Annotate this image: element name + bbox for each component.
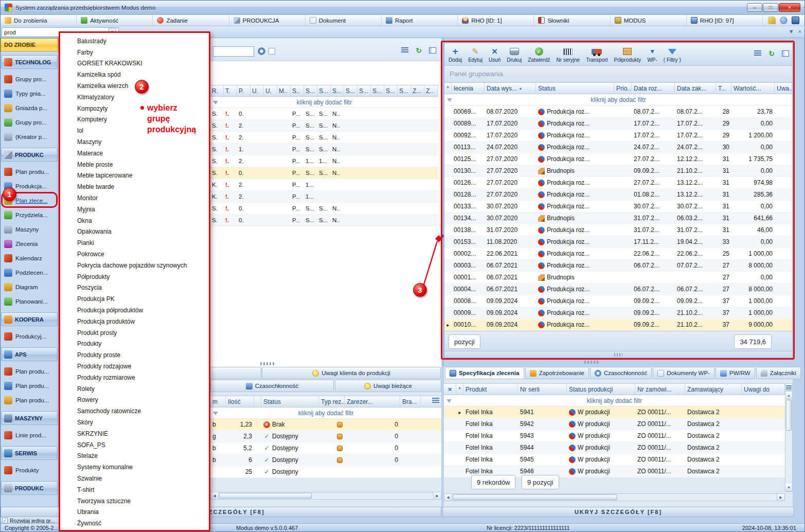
order-row[interactable]: 00001...06.07.2021Brudnopis270,00 [444, 272, 792, 283]
popup-item-ubrania[interactable]: Ubrania [60, 506, 209, 518]
column-header-value[interactable]: Wartość... [731, 83, 775, 94]
order-row[interactable]: 00153...11.08.2020Produkcja roz...17.11.… [444, 236, 792, 248]
popup-item-kamizelka-spód[interactable]: Kamizelka spód [60, 69, 209, 80]
horizontal-splitter-handle[interactable] [584, 361, 600, 364]
popup-item-szwalnie[interactable]: Szwalnie [60, 473, 209, 484]
column-header[interactable]: M.. [277, 85, 291, 96]
column-list-icon[interactable] [401, 47, 408, 54]
popup-item-rolety[interactable]: Rolety [60, 383, 209, 395]
popup-item-produkt-prosty[interactable]: Produkt prosty [60, 327, 209, 339]
popup-item-skóry[interactable]: Skóry [60, 417, 209, 428]
sidebar-item-linie-prod[interactable]: Linie prod... [1, 428, 58, 442]
grid-row[interactable]: S.!.0.P...S...S...N.. [210, 108, 438, 120]
column-header[interactable]: S... [331, 85, 344, 96]
column-header[interactable]: T. [224, 85, 237, 96]
column-header-product[interactable]: Produkt [463, 384, 518, 395]
menu-item-dokument[interactable]: Dokument [306, 15, 382, 26]
stock-row[interactable]: b1,23×Brak0 [210, 419, 441, 431]
column-header-id[interactable]: lecenia [452, 83, 485, 94]
orders-filter-row[interactable]: kliknij aby dodać filtr [444, 94, 792, 106]
popup-item-gorset-krakowski[interactable]: GORSET KRAKOWSKI [60, 58, 209, 69]
stock-row[interactable]: b6✓Dostępny0 [210, 454, 441, 466]
order-row[interactable]: 00134...30.07.2020Brudnopis31.07.2...06.… [444, 212, 792, 224]
column-header-serial[interactable]: Nr serii [518, 384, 567, 395]
horizontal-splitter-handle[interactable] [260, 362, 276, 365]
column-header[interactable]: U. [251, 85, 264, 96]
popup-item-pianki[interactable]: Pianki [60, 237, 209, 249]
sidebar-item-plan-produ[interactable]: Plan produ... [1, 379, 58, 393]
grid-filter-input[interactable] [213, 46, 254, 57]
scroll-down-icon[interactable]: ▼ [785, 484, 792, 491]
menu-item-do-zrobienia[interactable]: Do zrobienia [1, 15, 77, 26]
nr-seryjne-button[interactable]: Nr seryjne [553, 44, 583, 65]
orders-horizontal-scrollbar[interactable] [444, 351, 792, 358]
order-row[interactable]: 00004...06.07.2021Produkcja roz...06.07.… [444, 283, 792, 295]
popup-item-produkcja-produktów[interactable]: Produkcja produktów [60, 316, 209, 327]
maximize-button[interactable]: □ [763, 3, 778, 12]
grid-checkbox[interactable] [269, 48, 275, 55]
menu-item-aktywność[interactable]: Aktywność [77, 15, 153, 26]
sidebar-item-typy-gnia[interactable]: Typy gnia... [1, 86, 58, 101]
column-header-order[interactable]: Nr zamówi... [635, 384, 685, 395]
column-header-status[interactable]: Status [261, 396, 319, 407]
popup-item-stelaże[interactable]: Stelaże [60, 450, 209, 462]
usuń-button[interactable]: Usuń [486, 44, 504, 65]
scrollbar-handle[interactable] [614, 353, 622, 357]
scroll-up-icon[interactable]: ▲ [785, 392, 792, 399]
order-row[interactable]: 00092...17.07.2020Produkcja roz...17.07.… [444, 130, 792, 141]
order-row[interactable]: 00138...31.07.2020Produkcja roz...31.07.… [444, 224, 792, 236]
checkbox-checked-icon[interactable]: ✓ [2, 518, 8, 523]
dodaj-button[interactable]: Dodaj [445, 44, 465, 65]
stock-row[interactable]: g2,3✓Dostępny0 [210, 431, 441, 442]
column-header[interactable]: Z... [411, 85, 424, 96]
column-header-restype[interactable]: Typ rez... [319, 396, 345, 407]
popup-item-materace[interactable]: Materace [60, 148, 209, 159]
tab-pw-rw[interactable]: PW/RW [715, 367, 755, 379]
tabs-chevron-icon[interactable]: ▼ [789, 28, 794, 34]
column-header[interactable]: S... [344, 85, 357, 96]
column-header-notes[interactable]: Uwa... [775, 83, 792, 94]
tab-czasochłonność[interactable]: Czasochłonność [590, 367, 652, 379]
popup-item-produkty[interactable]: Produkty [60, 339, 209, 350]
popup-item-produkty-proste[interactable]: Produkty proste [60, 349, 209, 361]
column-header[interactable]: U. [264, 85, 277, 96]
scroll-right-icon[interactable]: ▶ [433, 492, 441, 499]
column-header[interactable]: S... [384, 85, 398, 96]
order-row[interactable]: 00008...09.09.2024Produkcja roz...09.09.… [444, 295, 792, 307]
sidebar-section-header-produkc[interactable]: PRODUKC [1, 481, 58, 495]
column-header[interactable]: P. [237, 85, 251, 96]
sidebar-item-plan-produ[interactable]: Plan produ... [1, 165, 58, 179]
popup-item-tworzywa-sztuczne[interactable]: Tworzywa sztuczne [60, 495, 209, 507]
order-row[interactable]: ▸00010...09.09.2024Produkcja roz...09.09… [444, 319, 792, 331]
column-header-unit[interactable]: m [210, 396, 226, 407]
popup-item-pokrycia-dachowe-pojazdów-szynowych[interactable]: Pokrycia dachowe pojazdów szynowych [60, 260, 209, 271]
column-header[interactable]: S... [398, 85, 411, 96]
order-row[interactable]: 00009...09.09.2024Produkcja roz...09.09.… [444, 307, 792, 319]
menu-item-rho-id-97[interactable]: RHO [ID: 97] [687, 15, 763, 26]
refresh-icon[interactable] [768, 49, 775, 58]
grid-row[interactable]: S.!.0.P...S...S...N.. [210, 203, 438, 215]
menu-item-produkcja[interactable]: PRODUKCJA [229, 15, 306, 26]
splitter-collapse-icon[interactable]: ◀ [440, 234, 443, 238]
column-header-prio[interactable]: Prio... [614, 83, 632, 94]
sidebar-item-produkty[interactable]: Produkty [1, 463, 58, 477]
gear-icon[interactable] [257, 47, 266, 56]
popup-item-systemy-komunalne[interactable]: Systemy komunalne [60, 462, 209, 473]
spec-row[interactable]: Fotel Inka5944W produkcjiZO 00011/...Dos… [444, 442, 785, 454]
popup-item-skrzynie[interactable]: SKRZYNIE [60, 428, 209, 439]
order-row[interactable]: 00113...24.07.2020Produkcja roz...24.07.… [444, 141, 792, 153]
grid-row[interactable]: S.!.2.P...1...1...N.. [210, 155, 438, 167]
menu-item-rho-id-1[interactable]: RHO [ID: 1] [458, 15, 534, 26]
sidebar-item-produkcyj[interactable]: Produkcyj... [1, 329, 58, 344]
sidebar-item-grupy-pro[interactable]: Grupy pro... [1, 115, 58, 130]
scrollbar-thumb[interactable] [453, 494, 617, 500]
popup-item-produkcja-półproduktów[interactable]: Produkcja półproduktów [60, 305, 209, 316]
minimize-button[interactable]: – [747, 3, 762, 12]
sidebar-item-kalendarz[interactable]: Kalendarz [1, 251, 58, 265]
sidebar-item-grupy-pro[interactable]: Grupy pro... [1, 72, 58, 86]
order-row[interactable]: 00002...22.06.2021Produkcja roz...22.06.… [444, 248, 792, 260]
popup-item-poszycia[interactable]: Poszycia [60, 282, 209, 294]
column-header[interactable]: S... [371, 85, 384, 96]
sidebar-section-header-serwis[interactable]: SERWIS [1, 446, 58, 460]
popup-item-żywność[interactable]: Żywność [60, 518, 209, 529]
